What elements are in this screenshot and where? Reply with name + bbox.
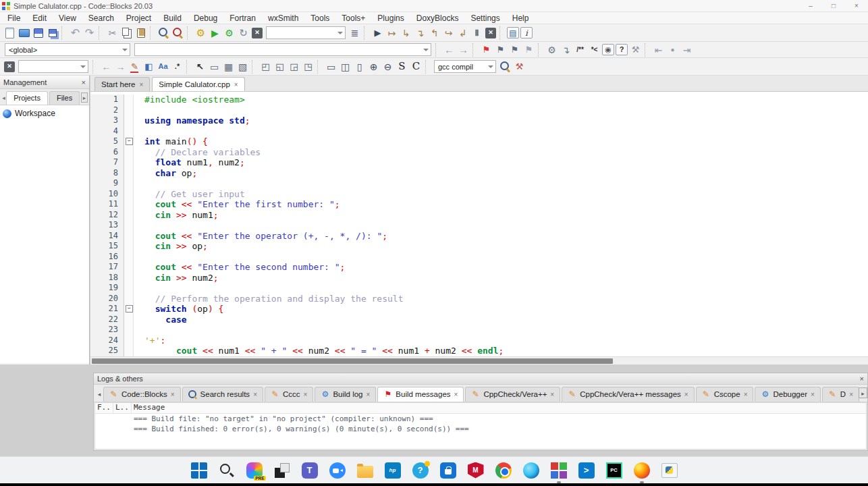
close-tab-icon[interactable] — [744, 390, 748, 398]
doxy-extract-button[interactable]: ⚙ — [545, 43, 559, 57]
jump-back-button[interactable]: ⇤ — [651, 43, 666, 57]
wxsmith-grid-button[interactable]: ▦ — [221, 59, 236, 74]
regex-button[interactable]: .* — [170, 59, 184, 74]
doxy-run-html-button[interactable]: ◉ — [602, 44, 614, 55]
incsearch-next-button[interactable]: → — [113, 59, 128, 74]
scroll-right-icon[interactable]: ▸ — [81, 92, 88, 103]
align-center-button[interactable]: ◲ — [287, 59, 301, 74]
build-target-combo[interactable] — [266, 26, 346, 39]
rebuild-button[interactable]: ↻ — [236, 26, 250, 40]
incsearch-input[interactable] — [18, 60, 88, 73]
teams-icon[interactable]: T — [302, 462, 318, 479]
logtab-cppcheck-messages[interactable]: CppCheck/Vera++ messages — [562, 387, 694, 402]
file-explorer-icon[interactable] — [357, 466, 373, 478]
next-bookmark-button[interactable]: ⚑ — [508, 43, 522, 57]
tab-projects[interactable]: Projects — [6, 91, 48, 105]
combo-chevron-icon[interactable] — [421, 44, 431, 55]
align-bottom-button[interactable]: ◱ — [273, 59, 287, 74]
combo-chevron-icon[interactable] — [120, 44, 130, 55]
expand-left-button[interactable]: ◫ — [338, 59, 352, 74]
replace-button[interactable] — [171, 26, 185, 40]
nav-back-button[interactable]: ← — [442, 43, 456, 57]
break-debugger-button[interactable]: Ⅱ — [470, 26, 484, 40]
column-message[interactable]: Message — [132, 403, 165, 413]
nav-forward-button[interactable]: → — [456, 43, 470, 57]
cut-button[interactable]: ✂ — [105, 26, 119, 40]
zoom-in-button[interactable]: ⊕ — [367, 59, 381, 74]
code-editor[interactable]: 1#include <iostream>23using namespace st… — [90, 92, 868, 356]
menu-item[interactable]: DoxyBlocks — [410, 12, 465, 24]
copilot-icon[interactable]: PRE — [246, 462, 263, 479]
step-out-button[interactable]: ↰ — [427, 26, 441, 40]
column-line[interactable]: L.. — [113, 403, 132, 413]
close-panel-icon[interactable]: × — [82, 78, 86, 86]
close-tab-icon[interactable] — [550, 390, 554, 398]
tab-simple-calulator[interactable]: Simple Calulator.cpp — [152, 77, 244, 91]
debugging-windows-button[interactable]: ▤ — [507, 27, 519, 38]
close-tab-icon[interactable] — [304, 390, 308, 398]
logtab-partial[interactable]: D — [822, 387, 859, 402]
get-help-icon[interactable]: ? — [412, 462, 429, 479]
prev-bookmark-button[interactable]: ⚑ — [493, 43, 508, 57]
close-tab-icon[interactable] — [253, 390, 257, 398]
close-button[interactable]: × — [845, 0, 868, 11]
symbol-scope-combo[interactable]: <global> — [5, 43, 130, 56]
close-tab-icon[interactable] — [454, 390, 458, 398]
logtab-debugger[interactable]: Debugger — [755, 387, 820, 402]
abort-button[interactable]: ✕ — [252, 28, 263, 38]
scrollbar-thumb[interactable] — [92, 358, 613, 364]
tab-start-here[interactable]: Start here — [94, 77, 150, 91]
doxy-block-comment-button[interactable]: /** — [573, 43, 587, 57]
doxy-input-button[interactable]: ↴ — [559, 43, 573, 57]
ms-store-icon[interactable] — [440, 462, 456, 479]
doxy-line-comment-button[interactable]: *< — [587, 43, 601, 57]
logtab-search-results[interactable]: Search results — [182, 387, 263, 402]
next-instruction-button[interactable]: ↪ — [441, 26, 456, 40]
stop-debugger-button[interactable]: ✕ — [485, 28, 496, 38]
copy-button[interactable] — [119, 26, 134, 40]
dev-home-icon[interactable] — [274, 462, 290, 479]
close-tab-icon[interactable] — [849, 390, 853, 398]
selected-text-button[interactable]: ◧ — [142, 59, 156, 74]
save-file-button[interactable] — [31, 26, 45, 40]
fold-marker-icon[interactable] — [124, 304, 134, 315]
logtab-cppcheck[interactable]: CppCheck/Vera++ — [465, 387, 560, 402]
find-button[interactable] — [157, 26, 171, 40]
menu-item[interactable]: Tools+ — [335, 12, 371, 24]
wxsmith-diagonal-button[interactable]: ▧ — [236, 59, 250, 74]
fold-marker-icon[interactable] — [124, 136, 134, 147]
cppcheck-analysis-button[interactable] — [498, 59, 512, 74]
close-tab-icon[interactable] — [171, 390, 175, 398]
edge-icon[interactable] — [523, 462, 539, 479]
menu-item[interactable]: Help — [506, 12, 535, 24]
debug-info-button[interactable]: i — [520, 27, 533, 38]
align-fill-button[interactable]: ◳ — [301, 59, 315, 74]
wxsmith-pointer-button[interactable]: ↖ — [193, 59, 207, 74]
next-line-button[interactable]: ↳ — [399, 26, 413, 40]
close-logs-icon[interactable]: × — [860, 375, 864, 383]
codeblocks-taskbar-icon[interactable] — [551, 462, 567, 479]
toggle-bookmark-button[interactable]: ⚑ — [479, 43, 493, 57]
maximize-button[interactable]: □ — [822, 0, 845, 11]
zoom-out-button[interactable]: ⊖ — [381, 59, 395, 74]
scroll-tabs-right-icon[interactable]: ▸ — [859, 387, 867, 398]
build-message-row[interactable]: === Build finished: 0 error(s), 0 warnin… — [95, 424, 866, 434]
redo-button[interactable]: ↷ — [82, 26, 97, 40]
close-tab-icon[interactable] — [367, 390, 371, 398]
close-tab-icon[interactable] — [684, 390, 688, 398]
menu-item[interactable]: Settings — [464, 12, 506, 24]
step-into-button[interactable]: ↴ — [413, 26, 427, 40]
myhp-icon[interactable]: hp — [385, 462, 401, 479]
undo-button[interactable]: ↶ — [68, 26, 82, 40]
run-to-cursor-button[interactable]: ↦ — [385, 26, 399, 40]
menu-item[interactable]: Edit — [26, 12, 53, 24]
run-button[interactable]: ▶ — [208, 26, 222, 40]
thesaurus-button[interactable]: C — [409, 59, 423, 74]
combo-chevron-icon[interactable] — [486, 61, 495, 72]
jump-forward-button[interactable]: ⇥ — [680, 43, 694, 57]
logtab-build-messages[interactable]: Build messages — [377, 387, 464, 402]
chrome-icon[interactable] — [495, 462, 512, 479]
menu-item[interactable]: Plugins — [371, 12, 410, 24]
doxy-config-wrench-button[interactable]: ⚒ — [628, 43, 643, 57]
menu-item[interactable]: View — [53, 12, 82, 24]
